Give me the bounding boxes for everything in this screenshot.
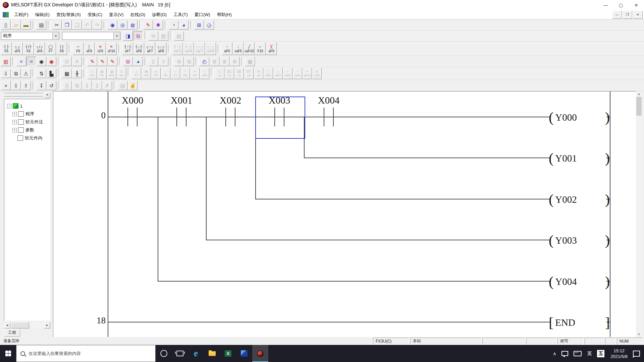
cascade-windows-button[interactable]: ⧉ — [174, 57, 184, 66]
device-search-button[interactable]: ◉ — [37, 57, 46, 66]
delete-horizontal-line-tool[interactable]: ✕ cF9 — [95, 42, 106, 55]
application-instruction-tool[interactable]: { } F8 — [56, 42, 67, 55]
tree-item[interactable]: + 程序 — [4, 110, 50, 118]
recall-search-button[interactable]: ↺ — [47, 81, 56, 90]
scroll-right-icon[interactable]: ► — [44, 322, 50, 328]
delete-line-tool[interactable]: ╳ aF9 — [266, 42, 277, 55]
select-range-button[interactable]: ▒ — [62, 81, 72, 90]
tree-root-item[interactable]: − 1 — [4, 102, 50, 110]
copy-button[interactable]: ❐ — [62, 20, 72, 29]
tray-chevron-button[interactable]: ∧ — [550, 345, 559, 362]
delete-vertical-line-tool[interactable]: ✕ cF10 — [106, 42, 117, 55]
sfc-transition-tool[interactable]: ┼ F5 — [151, 68, 161, 79]
invert-result-tool[interactable]: ╱ caF10 — [244, 42, 255, 55]
contact-x004[interactable] — [324, 108, 334, 126]
find-device-button[interactable]: ◉ — [108, 20, 117, 29]
sfc-block-list-button[interactable]: ▙ — [47, 69, 56, 78]
open-contact-branch-tool[interactable]: ┐┌ sF5 — [12, 42, 23, 55]
minimize-button[interactable]: — — [598, 0, 613, 10]
tree-item[interactable]: + 软元件注 — [4, 118, 50, 126]
sfc-step-tool[interactable]: □ F5 — [88, 68, 97, 79]
print-button[interactable]: ▤ — [37, 20, 46, 29]
save-project-button[interactable]: ▬ — [21, 20, 31, 29]
interrupt-button[interactable]: ✕ — [72, 57, 82, 66]
sfc-simultaneous-divergence-tool[interactable]: ⌐ F7 — [171, 68, 180, 79]
cut-button[interactable]: ✂ — [52, 20, 62, 29]
ladder-logic-test-button[interactable]: ▥ — [1, 57, 11, 66]
sfc-vertical-line-tool[interactable]: │ sF9 — [200, 68, 209, 79]
file-explorer-button[interactable] — [204, 345, 220, 362]
rising-pulse-closed-branch-tool[interactable]: ┐↑┌ saF7 — [194, 42, 205, 55]
closed-contact-tool[interactable]: ┤/├ F6 — [23, 42, 34, 55]
child-close-button[interactable]: ✕ — [633, 11, 643, 19]
collapse-box[interactable]: − — [7, 104, 11, 108]
project-data-list-button[interactable]: ⌗ — [16, 57, 26, 66]
tile-windows-button[interactable]: ⊞ — [123, 57, 133, 66]
partial-execution-button[interactable]: Ξ — [159, 57, 168, 66]
menu-item[interactable]: 变换(C) — [84, 10, 106, 19]
jump-to-step-button[interactable]: ↧ — [37, 81, 46, 90]
contact-x001[interactable] — [176, 108, 186, 126]
open-contact-tool[interactable]: ┤├ F5 — [1, 42, 12, 55]
sfc-step-attribute-button[interactable]: ╂ — [72, 69, 82, 78]
delete-registration-button[interactable]: ✗ — [102, 81, 112, 90]
sfc-block-conversion-button[interactable]: ⇩ — [1, 69, 11, 78]
sfc-delete-sim-div-tool[interactable]: ⌐ aF8 — [283, 68, 292, 79]
sfc-sc-attribute-tool[interactable]: SC c2 — [225, 68, 234, 79]
taskbar-clock[interactable]: 15:12 2021/5/8 — [607, 348, 631, 359]
scroll-track[interactable] — [10, 322, 44, 328]
scroll-track[interactable] — [636, 97, 642, 331]
project-tree-toggle-button[interactable]: ⧉ — [133, 31, 143, 41]
pan-hand-button[interactable]: ✌ — [128, 81, 138, 90]
undo-button[interactable]: ↶ — [82, 20, 92, 29]
editor-vertical-scrollbar[interactable]: ▲ ▼ — [636, 91, 642, 337]
sfc-comment-tool[interactable]: ☐ c1 — [215, 68, 224, 79]
child-restore-button[interactable]: ❐ — [623, 11, 632, 19]
full-screen-button[interactable]: ▦ — [245, 57, 255, 66]
coil-y004[interactable]: ( Y004 ) — [549, 271, 610, 292]
rising-pulse-branch-tool[interactable]: ┐↑┌ aF7 — [145, 42, 155, 55]
menu-item[interactable]: 编辑(E) — [32, 10, 53, 19]
sfc-se-attribute-tool[interactable]: SE c3 — [234, 68, 244, 79]
menu-item[interactable]: 工具(T) — [170, 10, 191, 19]
edit-cursor[interactable] — [255, 97, 305, 139]
remote-operation-button[interactable]: ☏ — [62, 57, 72, 66]
sampling-trace-1-button[interactable]: ≣ — [210, 57, 219, 66]
line-edit-tool[interactable]: ⌐ F10 — [255, 42, 266, 55]
window-layers-button[interactable]: ⧉ — [72, 81, 82, 90]
rising-pulse-tool[interactable]: ┤↑├ sF7 — [122, 42, 133, 55]
verify-button[interactable]: ▥ — [159, 31, 168, 41]
scroll-thumb[interactable] — [11, 322, 29, 328]
touch-keyboard-button[interactable] — [571, 345, 584, 362]
rising-pulse-closed-tool[interactable]: ┤↑├ saF5 — [172, 42, 183, 55]
closed-contact-branch-tool[interactable]: ┐/┌ sF6 — [34, 42, 45, 55]
sfc-block-step-tool[interactable]: ▤ sF6 — [107, 68, 116, 79]
find-string-button[interactable]: ◍ — [128, 20, 138, 29]
dropdown-arrow-icon[interactable]: ▼ — [52, 33, 59, 39]
redo-button[interactable]: ↷ — [92, 20, 102, 29]
sfc-error-check-button[interactable]: ⚠ — [21, 69, 31, 78]
menu-item[interactable]: 查找/替换(S) — [53, 10, 84, 19]
print-preview-button[interactable]: ▤ — [118, 81, 127, 90]
trace-monitor-button[interactable]: ◴ — [200, 57, 209, 66]
screen-split-button[interactable]: ⊞ — [194, 20, 204, 29]
contact-x000[interactable] — [127, 108, 138, 126]
sfc-selection-divergence-tool[interactable]: ┐ F6 — [161, 68, 170, 79]
tree-item[interactable]: 软元件内 — [4, 134, 50, 142]
sfc-simultaneous-convergence-tool[interactable]: ╛ F9 — [190, 68, 200, 79]
register-windows-button[interactable]: ↧ — [82, 81, 92, 90]
data-list-button[interactable]: ▤ — [174, 31, 184, 41]
menu-item[interactable]: 窗口(W) — [191, 10, 214, 19]
contact-x002[interactable] — [225, 108, 235, 126]
find-previous-button[interactable]: ⇧ — [21, 81, 31, 90]
zoom-in-button[interactable]: ◕ — [179, 20, 189, 29]
sfc-selection-convergence-tool[interactable]: ┘ F8 — [180, 68, 190, 79]
step-execution-button[interactable]: Σ — [149, 57, 158, 66]
menu-item[interactable]: 工程(F) — [11, 10, 32, 19]
action-center-icon[interactable] — [633, 351, 640, 357]
sampling-trace-3-button[interactable]: ≣ — [230, 57, 239, 66]
ime-mode-button[interactable]: 五 — [594, 345, 607, 362]
sfc-delete-sel-div-tool[interactable]: ┐ aF7 — [273, 68, 283, 79]
sfc-delete-vertical-tool[interactable]: │ aF5 — [264, 68, 273, 79]
panel-close-button[interactable]: ✕ — [44, 92, 50, 98]
